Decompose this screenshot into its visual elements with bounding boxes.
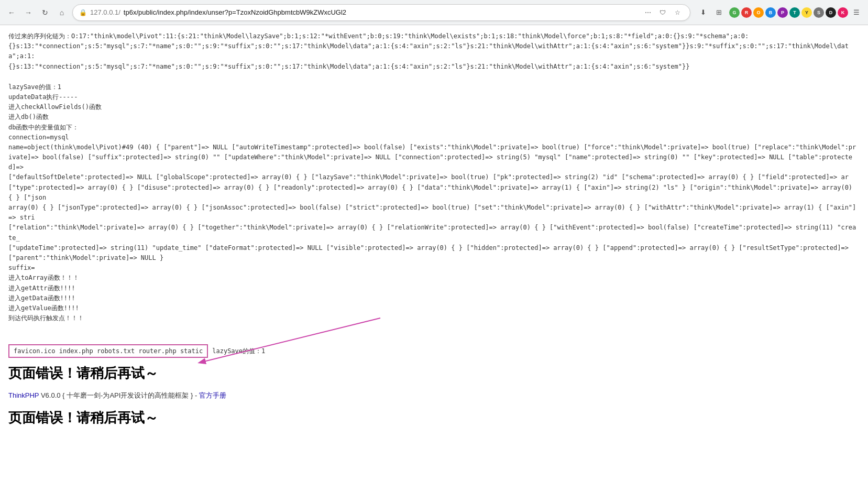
error-heading-1: 页面错误！请稍后再试～	[8, 364, 860, 382]
serialized-chain-section: 传过来的序列化链为：O:17:"think\model\Pivot":11:{s…	[8, 31, 860, 72]
debug-line-suffix: suffix=	[8, 263, 860, 273]
lock-icon: 🔒	[79, 9, 87, 16]
debug-line-6: connection=mysql	[8, 133, 860, 143]
file-listing-box: favicon.ico index.php robots.txt router.…	[8, 344, 208, 358]
thinkphp-manual-link[interactable]: 官方手册	[199, 391, 226, 399]
toolbar-right: ⬇ ⊞ G R O B P T Y S D K ☰	[696, 5, 864, 20]
serialized-chain-line2: {}s:13:"*connection";s:5:"mysql";s:7:"*n…	[8, 41, 860, 61]
debug-line-getdata: 进入getData函数!!!!	[8, 293, 860, 303]
nav-buttons: ← → ↻ ⌂	[4, 5, 69, 20]
ext-icon-10[interactable]: K	[838, 7, 848, 18]
extension-icons: G R O B P T Y S D K	[729, 7, 848, 18]
serialized-chain-line3: {}s:13:"*connection";s:5:"mysql";s:7:"*n…	[8, 62, 860, 72]
debug-line-defaultsoft: ["defaultSoftDelete":protected]=> NULL […	[8, 172, 860, 182]
debug-line-4: 进入db()函数	[8, 112, 860, 122]
extensions-button[interactable]: ⊞	[711, 5, 726, 20]
ext-icon-9[interactable]: D	[826, 7, 836, 18]
error-heading-2: 页面错误！请稍后再试～	[8, 409, 860, 427]
url-input[interactable]	[124, 8, 639, 16]
ext-icon-4[interactable]: B	[765, 7, 776, 18]
back-button[interactable]: ←	[4, 5, 19, 20]
ext-icon-3[interactable]: O	[753, 7, 764, 18]
home-button[interactable]: ⌂	[54, 5, 69, 20]
thinkphp-version: V6.0.0 { 十年磨一剑-为API开发设计的高性能框架 } -	[39, 391, 199, 399]
ext-icon-6[interactable]: T	[789, 7, 800, 18]
shield-button[interactable]: 🛡	[656, 6, 669, 19]
menu-button[interactable]: ☰	[849, 5, 864, 20]
debug-line-updatetime: ["updateTime":protected]=> string(11) "u…	[8, 243, 860, 253]
page-content: 传过来的序列化链为：O:17:"think\model\Pivot":11:{s…	[0, 25, 868, 503]
reload-button[interactable]: ↻	[38, 5, 52, 20]
debug-line-getattr: 进入getAttr函数!!!!	[8, 283, 860, 293]
address-bar[interactable]: 🔒 127.0.0.1/ ⋯ 🛡 ☆	[72, 4, 690, 21]
serialized-chain-label: 传过来的序列化链为：O:17:"think\model\Pivot":11:{s…	[8, 31, 860, 41]
debug-output: lazySave的值：1 updateData执行----- 进入checkAl…	[8, 82, 860, 324]
downloads-button[interactable]: ⬇	[696, 5, 710, 20]
ext-icon-7[interactable]: Y	[801, 7, 812, 18]
debug-line-relation: ["relation":"think\Model":private]=> arr…	[8, 223, 860, 243]
ext-icon-2[interactable]: R	[741, 7, 752, 18]
file-listing-text: favicon.ico index.php robots.txt router.…	[14, 347, 203, 355]
ext-icon-8[interactable]: S	[814, 7, 824, 18]
debug-line-type: ["type":protected]=> array(0) { } ["disu…	[8, 183, 860, 203]
thinkphp-link[interactable]: ThinkPHP	[8, 391, 39, 399]
lazysave-after-value: lazySave的值：1	[212, 347, 265, 356]
debug-line-parent: ["parent":"think\Model":private]=> NULL …	[8, 253, 860, 263]
browser-chrome: ← → ↻ ⌂ 🔒 127.0.0.1/ ⋯ 🛡 ☆ ⬇ ⊞ G R O B P…	[0, 0, 868, 25]
ext-icon-5[interactable]: P	[777, 7, 788, 18]
file-and-lazysave-row: favicon.ico index.php robots.txt router.…	[8, 344, 860, 358]
debug-line-2: updateData执行-----	[8, 92, 860, 102]
debug-line-trigger: 到达代码执行触发点！！！	[8, 313, 860, 323]
debug-line-array0: array(0) { } ["jsonType":protected]=> ar…	[8, 203, 860, 223]
debug-line-1: lazySave的值：1	[8, 82, 860, 92]
ext-icon-1[interactable]: G	[729, 7, 740, 18]
address-bar-actions: ⋯ 🛡 ☆	[642, 6, 684, 19]
debug-line-3: 进入checkAllowFields()函数	[8, 102, 860, 112]
annotation-section: favicon.ico index.php robots.txt router.…	[8, 344, 860, 358]
thinkphp-line: ThinkPHP V6.0.0 { 十年磨一剑-为API开发设计的高性能框架 }…	[8, 391, 860, 400]
debug-line-toarray: 进入toArray函数！！！	[8, 273, 860, 283]
forward-button[interactable]: →	[21, 5, 36, 20]
url-ip: 127.0.0.1/	[90, 8, 120, 16]
debug-line-name: name=object(think\model\Pivot)#49 (40) {…	[8, 143, 860, 173]
bookmark-options-button[interactable]: ⋯	[642, 6, 654, 19]
star-button[interactable]: ☆	[671, 6, 684, 19]
debug-line-getvalue: 进入getValue函数!!!!	[8, 303, 860, 313]
debug-line-5: db函数中的变量值如下：	[8, 123, 860, 133]
